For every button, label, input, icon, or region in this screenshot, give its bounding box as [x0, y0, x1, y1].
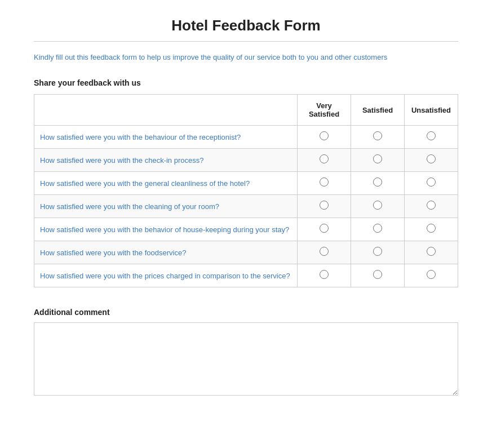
question-cell-1: How satisfied were you with the behaviou…: [34, 126, 298, 149]
radio-satisfied-4[interactable]: [351, 195, 405, 218]
question-cell-7: How satisfied were you with the prices c…: [34, 264, 298, 287]
radio-satisfied-2[interactable]: [351, 149, 405, 172]
radio-unsatisfied-4[interactable]: [405, 195, 458, 218]
table-header-row: Very Satisfied Satisfied Unsatisfied: [34, 95, 458, 126]
question-cell-2: How satisfied were you with the check-in…: [34, 149, 298, 172]
radio-very-satisfied-7[interactable]: [298, 264, 351, 287]
radio-unsatisfied-7[interactable]: [405, 264, 458, 287]
question-cell-4: How satisfied were you with the cleaning…: [34, 195, 298, 218]
radio-satisfied-6[interactable]: [351, 241, 405, 264]
table-row: How satisfied were you with the behavior…: [34, 218, 458, 241]
radio-unsatisfied-5[interactable]: [405, 218, 458, 241]
radio-satisfied-3[interactable]: [351, 172, 405, 195]
radio-satisfied-5[interactable]: [351, 218, 405, 241]
page-title: Hotel Feedback Form: [34, 17, 458, 34]
additional-comment-label: Additional comment: [34, 308, 458, 317]
header-question: [34, 95, 298, 126]
header-satisfied: Satisfied: [351, 95, 405, 126]
section-label: Share your feedback with us: [34, 78, 458, 87]
table-row: How satisfied were you with the foodserv…: [34, 241, 458, 264]
table-row: How satisfied were you with the prices c…: [34, 264, 458, 287]
question-cell-6: How satisfied were you with the foodserv…: [34, 241, 298, 264]
radio-very-satisfied-1[interactable]: [298, 126, 351, 149]
radio-satisfied-7[interactable]: [351, 264, 405, 287]
radio-unsatisfied-1[interactable]: [405, 126, 458, 149]
question-cell-3: How satisfied were you with the general …: [34, 172, 298, 195]
radio-very-satisfied-6[interactable]: [298, 241, 351, 264]
table-row: How satisfied were you with the check-in…: [34, 149, 458, 172]
radio-unsatisfied-2[interactable]: [405, 149, 458, 172]
header-very-satisfied: Very Satisfied: [298, 95, 351, 126]
radio-unsatisfied-3[interactable]: [405, 172, 458, 195]
table-row: How satisfied were you with the behaviou…: [34, 126, 458, 149]
radio-satisfied-1[interactable]: [351, 126, 405, 149]
table-row: How satisfied were you with the general …: [34, 172, 458, 195]
comment-textarea[interactable]: [34, 322, 458, 396]
radio-very-satisfied-5[interactable]: [298, 218, 351, 241]
subtitle: Kindly fill out this feedback form to he…: [34, 53, 458, 61]
radio-very-satisfied-2[interactable]: [298, 149, 351, 172]
radio-unsatisfied-6[interactable]: [405, 241, 458, 264]
table-row: How satisfied were you with the cleaning…: [34, 195, 458, 218]
header-unsatisfied: Unsatisfied: [405, 95, 458, 126]
radio-very-satisfied-3[interactable]: [298, 172, 351, 195]
question-cell-5: How satisfied were you with the behavior…: [34, 218, 298, 241]
feedback-table: Very Satisfied Satisfied Unsatisfied How…: [34, 94, 458, 287]
radio-very-satisfied-4[interactable]: [298, 195, 351, 218]
title-divider: [34, 41, 458, 42]
